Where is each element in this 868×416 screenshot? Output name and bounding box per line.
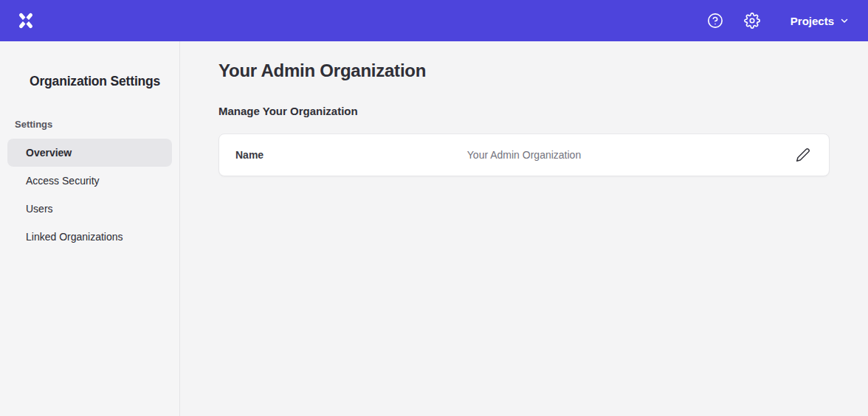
projects-menu-button[interactable]: Projects <box>790 15 849 27</box>
sidebar-nav: Overview Access Security Users Linked Or… <box>0 139 179 251</box>
projects-label: Projects <box>790 15 834 27</box>
name-label: Name <box>235 149 380 161</box>
sidebar-title: Organization Settings <box>0 74 179 89</box>
settings-sidebar: Organization Settings Settings Overview … <box>0 41 180 416</box>
page-title: Your Admin Organization <box>218 60 830 81</box>
sidebar-item-access-security[interactable]: Access Security <box>7 167 172 195</box>
sidebar-section-label: Settings <box>0 119 179 130</box>
sidebar-item-linked-organizations[interactable]: Linked Organizations <box>7 223 172 251</box>
app-logo x-logo-icon[interactable] <box>15 10 37 32</box>
organization-name-value: Your Admin Organization <box>380 149 669 161</box>
pencil-edit-icon[interactable] <box>793 145 813 164</box>
top-navigation-bar: Projects <box>0 0 868 41</box>
chevron-down-icon <box>840 16 849 25</box>
organization-name-row: Name Your Admin Organization <box>218 134 830 176</box>
gear-icon[interactable] <box>743 12 761 30</box>
row-action <box>669 145 813 164</box>
sidebar-item-overview[interactable]: Overview <box>7 139 172 167</box>
help-circle-icon[interactable] <box>706 12 724 30</box>
topbar-actions: Projects <box>706 12 849 30</box>
main-content: Your Admin Organization Manage Your Orga… <box>180 41 868 416</box>
sidebar-item-users[interactable]: Users <box>7 195 172 223</box>
section-title: Manage Your Organization <box>218 105 830 117</box>
